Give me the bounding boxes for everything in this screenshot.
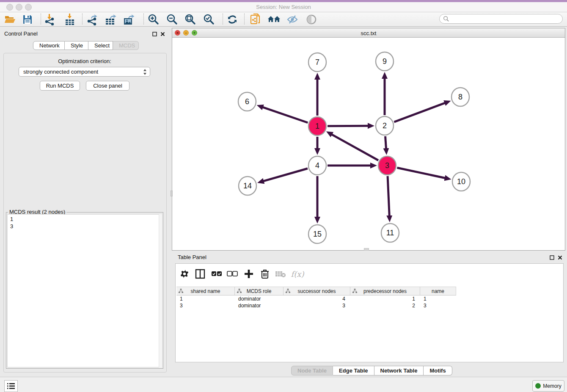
criterion-dropdown[interactable]: strongly connected component	[19, 67, 150, 77]
close-panel-button-inline[interactable]: Close panel	[86, 81, 129, 91]
zoom-selected-button[interactable]	[201, 13, 216, 26]
run-mcds-button[interactable]: Run MCDS	[40, 81, 80, 91]
cell-successor-nodes[interactable]: 3	[284, 302, 350, 309]
mcds-result-text[interactable]: 1 3	[7, 214, 162, 367]
graph-edge-3-11[interactable]	[388, 176, 389, 216]
column-header-successor-nodes[interactable]: successor nodes	[284, 287, 350, 295]
table-panel-body: f(x) shared name MCDS role successor nod…	[175, 263, 564, 362]
cell-successor-nodes[interactable]: 4	[284, 295, 350, 302]
ndex-document-button[interactable]	[248, 13, 263, 26]
control-panel-tabs: Network Style Select MCDS	[33, 41, 139, 50]
close-table-panel-button[interactable]	[557, 254, 563, 260]
optimization-criterion-label: Optimization criterion:	[0, 58, 169, 64]
tab-style[interactable]: Style	[65, 41, 88, 50]
splitter-handle-vertical[interactable]	[171, 190, 173, 196]
import-table-button[interactable]	[62, 13, 77, 26]
graph-edge-2-8[interactable]	[394, 103, 445, 122]
open-file-button[interactable]	[2, 13, 17, 26]
export-network-icon	[86, 14, 98, 25]
create-column-button[interactable]	[242, 267, 256, 281]
toolbar-separator	[223, 14, 223, 25]
graph-node-label: 9	[383, 57, 387, 66]
function-builder-button-disabled: f(x)	[291, 267, 304, 281]
cell-name[interactable]: 3	[420, 302, 456, 309]
tab-node-table[interactable]: Node Table	[291, 366, 333, 375]
memory-status-icon	[535, 383, 541, 389]
show-panels-button[interactable]	[304, 13, 319, 26]
close-panel-button[interactable]	[160, 31, 165, 37]
export-network-button[interactable]	[85, 13, 100, 26]
graph-node-label: 11	[386, 229, 394, 237]
tab-select[interactable]: Select	[88, 41, 113, 50]
memory-label: Memory	[543, 383, 561, 389]
application-window: Session: New Session	[0, 0, 567, 392]
refresh-layout-button[interactable]	[225, 13, 240, 26]
graph-node-label: 1	[315, 122, 319, 130]
search-field[interactable]	[439, 14, 563, 24]
zoom-out-icon	[166, 14, 178, 25]
cell-predecessor-nodes[interactable]: 1	[350, 295, 420, 302]
graph-edge-3-1[interactable]	[331, 134, 378, 160]
table-settings-button[interactable]	[178, 267, 191, 281]
cell-predecessor-nodes[interactable]: 2	[350, 302, 420, 309]
toolbar-separator	[143, 14, 144, 25]
float-panel-button[interactable]	[151, 31, 157, 37]
graph-edge-4-14[interactable]	[263, 168, 307, 181]
cell-name[interactable]: 1	[420, 295, 456, 302]
graph-node-label: 15	[313, 230, 322, 238]
float-table-panel-button[interactable]	[549, 254, 555, 260]
save-session-button[interactable]	[20, 13, 35, 26]
graph-node-label: 7	[315, 58, 319, 66]
graph-edge-3-10[interactable]	[397, 168, 445, 178]
tab-edge-table[interactable]: Edge Table	[333, 366, 374, 375]
table-panel-tabs: Node Table Edge Table Network Table Moti…	[291, 366, 452, 375]
column-header-predecessor-nodes[interactable]: predecessor nodes	[350, 287, 420, 295]
network-canvas[interactable]: 1234678910111415	[172, 38, 565, 250]
tab-network-table[interactable]: Network Table	[374, 366, 424, 375]
export-table-button[interactable]	[103, 13, 118, 26]
graph-edge-2-3[interactable]	[385, 136, 386, 149]
search-input[interactable]	[449, 16, 562, 22]
column-header-name[interactable]: name	[420, 287, 456, 295]
graph-node-label: 2	[383, 121, 387, 130]
tab-motifs[interactable]: Motifs	[424, 366, 452, 375]
select-all-button[interactable]	[210, 267, 223, 281]
splitter-handle-horizontal[interactable]	[364, 248, 369, 251]
column-header-shared-name[interactable]: shared name	[176, 287, 235, 295]
hierarchy-icon	[352, 289, 357, 293]
graph-node-label: 4	[315, 161, 319, 170]
home-button[interactable]	[267, 13, 282, 26]
table-row[interactable]: 3 dominator 3 2 3	[176, 302, 456, 309]
trash-icon	[261, 269, 269, 279]
main-toolbar	[0, 12, 567, 27]
cell-mcds-role[interactable]: dominator	[235, 302, 284, 309]
export-image-button[interactable]	[121, 13, 137, 26]
zoom-in-button[interactable]	[146, 13, 161, 26]
column-header-mcds-role[interactable]: MCDS role	[235, 287, 284, 295]
zoom-fit-button[interactable]	[182, 13, 198, 26]
zoom-out-button[interactable]	[164, 13, 179, 26]
table-mode-button[interactable]	[193, 267, 207, 281]
delete-column-button[interactable]	[258, 267, 272, 281]
criterion-value: strongly connected component	[23, 69, 98, 75]
graph-edge-1-2[interactable]	[328, 126, 369, 126]
table-header-row: shared name MCDS role successor nodes pr…	[176, 287, 456, 295]
close-icon	[160, 32, 165, 36]
hide-panels-button[interactable]	[285, 13, 300, 26]
graph-edge-1-6[interactable]	[262, 107, 308, 123]
tab-network[interactable]: Network	[33, 41, 65, 50]
result-scrollbar[interactable]	[159, 214, 162, 367]
memory-button[interactable]: Memory	[532, 380, 564, 392]
table-row[interactable]: 1 dominator 4 1 1	[176, 295, 456, 302]
toolbar-separator	[244, 14, 245, 25]
task-history-button[interactable]	[4, 380, 18, 392]
cell-shared-name[interactable]: 1	[176, 295, 235, 302]
import-network-button[interactable]	[42, 13, 58, 26]
gear-icon	[180, 269, 189, 279]
deselect-all-button[interactable]	[226, 267, 239, 281]
cell-shared-name[interactable]: 3	[176, 302, 235, 309]
delete-table-button-disabled	[274, 267, 287, 281]
import-table-icon	[64, 14, 75, 25]
tab-mcds[interactable]: MCDS	[113, 41, 139, 50]
cell-mcds-role[interactable]: dominator	[235, 295, 284, 302]
